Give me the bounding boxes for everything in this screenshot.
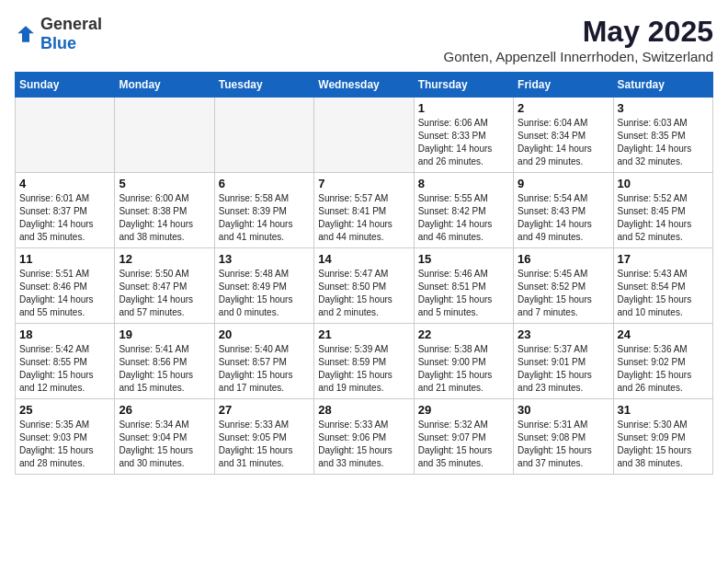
day-cell: 27Sunrise: 5:33 AM Sunset: 9:05 PM Dayli… <box>214 399 313 475</box>
day-cell: 30Sunrise: 5:31 AM Sunset: 9:08 PM Dayli… <box>514 399 613 475</box>
header-wednesday: Wednesday <box>314 73 414 98</box>
day-number: 23 <box>518 327 609 341</box>
day-info: Sunrise: 5:46 AM Sunset: 8:51 PM Dayligh… <box>418 268 509 319</box>
day-info: Sunrise: 5:57 AM Sunset: 8:41 PM Dayligh… <box>318 192 409 244</box>
day-info: Sunrise: 5:39 AM Sunset: 8:59 PM Dayligh… <box>318 343 409 395</box>
day-info: Sunrise: 5:58 AM Sunset: 8:39 PM Dayligh… <box>219 192 310 244</box>
day-number: 19 <box>119 327 210 341</box>
day-number: 5 <box>119 177 210 190</box>
day-number: 2 <box>518 101 609 115</box>
week-row-3: 11Sunrise: 5:51 AM Sunset: 8:46 PM Dayli… <box>16 248 713 324</box>
day-cell: 25Sunrise: 5:35 AM Sunset: 9:03 PM Dayli… <box>16 399 115 475</box>
day-number: 4 <box>19 177 110 190</box>
day-info: Sunrise: 5:30 AM Sunset: 9:09 PM Dayligh… <box>618 419 709 470</box>
day-number: 15 <box>418 252 509 266</box>
day-info: Sunrise: 5:37 AM Sunset: 9:01 PM Dayligh… <box>518 343 609 395</box>
day-info: Sunrise: 5:33 AM Sunset: 9:06 PM Dayligh… <box>318 419 409 470</box>
day-cell <box>16 98 115 173</box>
day-info: Sunrise: 5:43 AM Sunset: 8:54 PM Dayligh… <box>618 268 709 319</box>
day-info: Sunrise: 6:06 AM Sunset: 8:33 PM Dayligh… <box>418 117 509 168</box>
day-cell: 2Sunrise: 6:04 AM Sunset: 8:34 PM Daylig… <box>514 98 613 173</box>
day-cell: 11Sunrise: 5:51 AM Sunset: 8:46 PM Dayli… <box>16 248 115 324</box>
day-cell: 19Sunrise: 5:41 AM Sunset: 8:56 PM Dayli… <box>115 324 214 399</box>
day-number: 1 <box>418 101 509 115</box>
week-row-5: 25Sunrise: 5:35 AM Sunset: 9:03 PM Dayli… <box>16 399 713 475</box>
day-info: Sunrise: 6:04 AM Sunset: 8:34 PM Dayligh… <box>518 117 609 168</box>
day-info: Sunrise: 5:41 AM Sunset: 8:56 PM Dayligh… <box>119 343 210 395</box>
day-number: 28 <box>318 403 409 417</box>
header-sunday: Sunday <box>16 73 115 98</box>
day-info: Sunrise: 5:52 AM Sunset: 8:45 PM Dayligh… <box>618 192 709 244</box>
day-number: 29 <box>418 403 509 417</box>
day-info: Sunrise: 5:55 AM Sunset: 8:42 PM Dayligh… <box>418 192 509 244</box>
day-info: Sunrise: 5:45 AM Sunset: 8:52 PM Dayligh… <box>518 268 609 319</box>
page-header: General Blue May 2025 Gonten, Appenzell … <box>15 15 713 64</box>
day-cell <box>214 98 313 173</box>
day-number: 31 <box>618 403 709 417</box>
header-friday: Friday <box>514 73 613 98</box>
day-number: 13 <box>219 252 310 266</box>
day-cell: 1Sunrise: 6:06 AM Sunset: 8:33 PM Daylig… <box>414 98 513 173</box>
day-number: 24 <box>618 327 709 341</box>
day-cell: 31Sunrise: 5:30 AM Sunset: 9:09 PM Dayli… <box>613 399 712 475</box>
day-info: Sunrise: 5:47 AM Sunset: 8:50 PM Dayligh… <box>318 268 409 319</box>
day-info: Sunrise: 5:54 AM Sunset: 8:43 PM Dayligh… <box>518 192 609 244</box>
header-thursday: Thursday <box>414 73 513 98</box>
day-number: 14 <box>318 252 409 266</box>
day-cell <box>115 98 214 173</box>
day-info: Sunrise: 5:35 AM Sunset: 9:03 PM Dayligh… <box>19 419 110 470</box>
day-cell: 6Sunrise: 5:58 AM Sunset: 8:39 PM Daylig… <box>214 173 313 248</box>
day-info: Sunrise: 5:48 AM Sunset: 8:49 PM Dayligh… <box>219 268 310 319</box>
day-info: Sunrise: 5:34 AM Sunset: 9:04 PM Dayligh… <box>119 419 210 470</box>
day-cell: 5Sunrise: 6:00 AM Sunset: 8:38 PM Daylig… <box>115 173 214 248</box>
day-cell: 29Sunrise: 5:32 AM Sunset: 9:07 PM Dayli… <box>414 399 513 475</box>
day-number: 30 <box>518 403 609 417</box>
svg-marker-0 <box>17 26 34 42</box>
day-info: Sunrise: 5:50 AM Sunset: 8:47 PM Dayligh… <box>119 268 210 319</box>
day-number: 18 <box>19 327 110 341</box>
day-number: 12 <box>119 252 210 266</box>
day-cell: 16Sunrise: 5:45 AM Sunset: 8:52 PM Dayli… <box>514 248 613 324</box>
day-cell: 23Sunrise: 5:37 AM Sunset: 9:01 PM Dayli… <box>514 324 613 399</box>
title-block: May 2025 Gonten, Appenzell Innerrhoden, … <box>443 15 713 64</box>
day-info: Sunrise: 5:51 AM Sunset: 8:46 PM Dayligh… <box>19 268 110 319</box>
day-cell: 7Sunrise: 5:57 AM Sunset: 8:41 PM Daylig… <box>314 173 414 248</box>
logo: General Blue <box>15 15 102 53</box>
logo-blue: Blue <box>40 34 76 52</box>
day-info: Sunrise: 5:33 AM Sunset: 9:05 PM Dayligh… <box>219 419 310 470</box>
header-monday: Monday <box>115 73 214 98</box>
day-info: Sunrise: 5:42 AM Sunset: 8:55 PM Dayligh… <box>19 343 110 395</box>
day-number: 25 <box>19 403 110 417</box>
day-number: 11 <box>19 252 110 266</box>
day-cell: 14Sunrise: 5:47 AM Sunset: 8:50 PM Dayli… <box>314 248 414 324</box>
day-number: 26 <box>119 403 210 417</box>
day-cell: 12Sunrise: 5:50 AM Sunset: 8:47 PM Dayli… <box>115 248 214 324</box>
calendar-body: 1Sunrise: 6:06 AM Sunset: 8:33 PM Daylig… <box>16 98 713 475</box>
month-title: May 2025 <box>443 15 713 49</box>
day-cell: 21Sunrise: 5:39 AM Sunset: 8:59 PM Dayli… <box>314 324 414 399</box>
day-cell: 13Sunrise: 5:48 AM Sunset: 8:49 PM Dayli… <box>214 248 313 324</box>
header-tuesday: Tuesday <box>214 73 313 98</box>
day-number: 16 <box>518 252 609 266</box>
day-info: Sunrise: 6:00 AM Sunset: 8:38 PM Dayligh… <box>119 192 210 244</box>
location-title: Gonten, Appenzell Innerrhoden, Switzerla… <box>443 49 713 64</box>
day-cell: 15Sunrise: 5:46 AM Sunset: 8:51 PM Dayli… <box>414 248 513 324</box>
week-row-2: 4Sunrise: 6:01 AM Sunset: 8:37 PM Daylig… <box>16 173 713 248</box>
day-number: 6 <box>219 177 310 190</box>
day-number: 8 <box>418 177 509 190</box>
day-cell: 10Sunrise: 5:52 AM Sunset: 8:45 PM Dayli… <box>613 173 712 248</box>
day-number: 20 <box>219 327 310 341</box>
day-cell <box>314 98 414 173</box>
day-info: Sunrise: 6:01 AM Sunset: 8:37 PM Dayligh… <box>19 192 110 244</box>
day-info: Sunrise: 5:40 AM Sunset: 8:57 PM Dayligh… <box>219 343 310 395</box>
day-cell: 8Sunrise: 5:55 AM Sunset: 8:42 PM Daylig… <box>414 173 513 248</box>
day-number: 17 <box>618 252 709 266</box>
day-cell: 4Sunrise: 6:01 AM Sunset: 8:37 PM Daylig… <box>16 173 115 248</box>
day-number: 27 <box>219 403 310 417</box>
day-cell: 18Sunrise: 5:42 AM Sunset: 8:55 PM Dayli… <box>16 324 115 399</box>
day-cell: 28Sunrise: 5:33 AM Sunset: 9:06 PM Dayli… <box>314 399 414 475</box>
day-number: 21 <box>318 327 409 341</box>
day-cell: 17Sunrise: 5:43 AM Sunset: 8:54 PM Dayli… <box>613 248 712 324</box>
header-saturday: Saturday <box>613 73 712 98</box>
week-row-4: 18Sunrise: 5:42 AM Sunset: 8:55 PM Dayli… <box>16 324 713 399</box>
